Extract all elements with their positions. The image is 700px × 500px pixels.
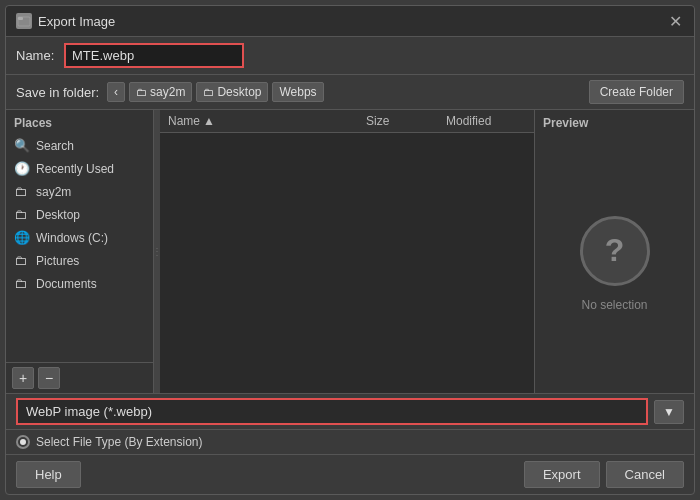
- file-type-dropdown-arrow[interactable]: ▼: [654, 400, 684, 424]
- folder-icon: 🗀: [136, 86, 147, 98]
- places-item-desktop[interactable]: 🗀 Desktop: [6, 203, 153, 226]
- search-icon: 🔍: [14, 138, 30, 153]
- main-area: Places 🔍 Search 🕐 Recently Used 🗀 say2m …: [6, 110, 694, 394]
- file-type-dropdown[interactable]: WebP image (*.webp): [16, 398, 648, 425]
- places-label-search: Search: [36, 139, 74, 153]
- select-type-radio[interactable]: [16, 435, 30, 449]
- cancel-button[interactable]: Cancel: [606, 461, 684, 488]
- column-size[interactable]: Size: [366, 114, 426, 128]
- col-name-label: Name: [168, 114, 200, 128]
- file-browser: Name ▲ Size Modified: [160, 110, 534, 393]
- breadcrumb-row: Save in folder: ‹ 🗀 say2m 🗀 Desktop Webp…: [6, 75, 694, 110]
- svg-rect-1: [18, 17, 23, 20]
- breadcrumb-item-desktop[interactable]: 🗀 Desktop: [196, 82, 268, 102]
- breadcrumb-back-button[interactable]: ‹: [107, 82, 125, 102]
- preview-panel: Preview ? No selection: [534, 110, 694, 393]
- breadcrumb-label-say2m: say2m: [150, 85, 185, 99]
- export-image-dialog: Export Image ✕ Name: Save in folder: ‹ 🗀…: [5, 5, 695, 495]
- places-item-documents[interactable]: 🗀 Documents: [6, 272, 153, 295]
- folder-icon: 🗀: [14, 276, 30, 291]
- file-type-value: WebP image (*.webp): [26, 404, 152, 419]
- places-label-say2m: say2m: [36, 185, 71, 199]
- places-item-say2m[interactable]: 🗀 say2m: [6, 180, 153, 203]
- drive-icon: 🌐: [14, 230, 30, 245]
- breadcrumb-item-say2m[interactable]: 🗀 say2m: [129, 82, 192, 102]
- recently-used-icon: 🕐: [14, 161, 30, 176]
- places-item-recently-used[interactable]: 🕐 Recently Used: [6, 157, 153, 180]
- name-row: Name:: [6, 37, 694, 75]
- column-modified[interactable]: Modified: [446, 114, 526, 128]
- places-label-desktop: Desktop: [36, 208, 80, 222]
- filename-input[interactable]: [64, 43, 244, 68]
- folder-icon: 🗀: [14, 207, 30, 222]
- places-label-recently-used: Recently Used: [36, 162, 114, 176]
- places-panel: Places 🔍 Search 🕐 Recently Used 🗀 say2m …: [6, 110, 154, 393]
- sort-icon: ▲: [203, 114, 215, 128]
- add-place-button[interactable]: +: [12, 367, 34, 389]
- places-bottom-bar: + −: [6, 362, 153, 393]
- select-type-label: Select File Type (By Extension): [36, 435, 203, 449]
- create-folder-button[interactable]: Create Folder: [589, 80, 684, 104]
- bottom-bar: Help Export Cancel: [6, 455, 694, 494]
- folder-icon: 🗀: [14, 184, 30, 199]
- places-header: Places: [6, 110, 153, 134]
- question-mark-icon: ?: [605, 232, 625, 269]
- places-label-windows-c: Windows (C:): [36, 231, 108, 245]
- places-list: 🔍 Search 🕐 Recently Used 🗀 say2m 🗀 Deskt…: [6, 134, 153, 362]
- places-label-documents: Documents: [36, 277, 97, 291]
- folder-icon: 🗀: [203, 86, 214, 98]
- file-header: Name ▲ Size Modified: [160, 110, 534, 133]
- no-selection-label: No selection: [581, 298, 647, 312]
- places-item-search[interactable]: 🔍 Search: [6, 134, 153, 157]
- breadcrumb-label-desktop: Desktop: [217, 85, 261, 99]
- close-button[interactable]: ✕: [666, 12, 684, 30]
- dialog-icon: [16, 13, 32, 29]
- col-size-label: Size: [366, 114, 389, 128]
- breadcrumb-label-webps: Webps: [279, 85, 316, 99]
- file-content-area: [160, 133, 534, 393]
- dialog-title: Export Image: [38, 14, 115, 29]
- name-label: Name:: [16, 48, 56, 63]
- folder-icon: 🗀: [14, 253, 30, 268]
- breadcrumb-item-webps[interactable]: Webps: [272, 82, 323, 102]
- radio-inner: [20, 439, 26, 445]
- col-modified-label: Modified: [446, 114, 491, 128]
- preview-content: ? No selection: [535, 134, 694, 393]
- title-bar: Export Image ✕: [6, 6, 694, 37]
- help-button[interactable]: Help: [16, 461, 81, 488]
- export-button[interactable]: Export: [524, 461, 600, 488]
- save-in-label: Save in folder:: [16, 85, 99, 100]
- select-file-type-row: Select File Type (By Extension): [6, 430, 694, 455]
- file-type-row: WebP image (*.webp) ▼: [6, 394, 694, 430]
- places-item-pictures[interactable]: 🗀 Pictures: [6, 249, 153, 272]
- places-item-windows-c[interactable]: 🌐 Windows (C:): [6, 226, 153, 249]
- column-name[interactable]: Name ▲: [168, 114, 346, 128]
- preview-header: Preview: [535, 110, 694, 134]
- places-label-pictures: Pictures: [36, 254, 79, 268]
- preview-placeholder-icon: ?: [580, 216, 650, 286]
- title-bar-left: Export Image: [16, 13, 115, 29]
- remove-place-button[interactable]: −: [38, 367, 60, 389]
